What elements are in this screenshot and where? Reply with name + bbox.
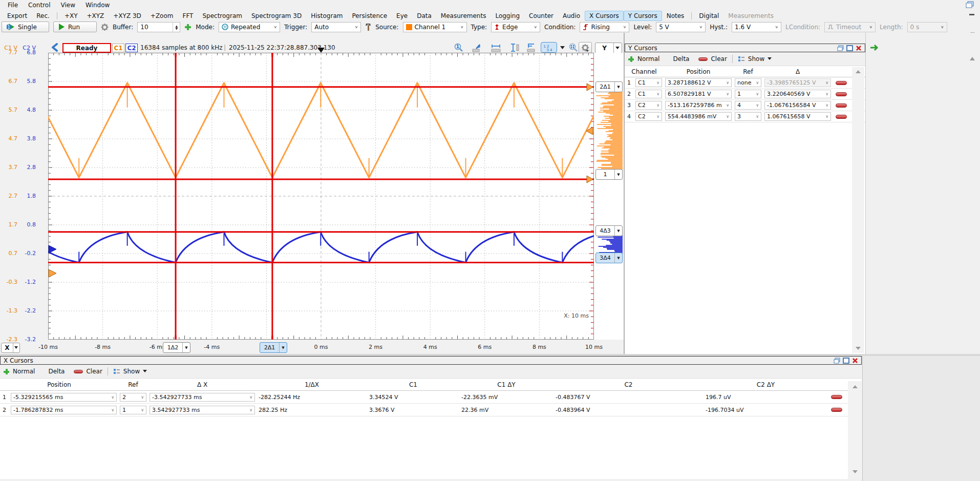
y-position-field[interactable]: 554.4483986 mV∨ — [665, 112, 732, 121]
y-col-header[interactable]: Δ — [763, 68, 833, 75]
h-measure-icon[interactable] — [491, 43, 502, 52]
x-dx-field[interactable]: -3.542927733 ms∨ — [150, 393, 255, 402]
zoom-dots-icon[interactable] — [568, 43, 579, 52]
x-dx-field[interactable]: 3.542927733 ms∨ — [150, 406, 255, 414]
x-delete-cursor-button[interactable] — [831, 395, 842, 399]
x-position-field[interactable]: -5.329215565 ms∨ — [11, 393, 117, 402]
channel1-zero-marker[interactable] — [49, 269, 56, 277]
x-col-header[interactable]: Position — [0, 381, 118, 388]
x-col-header[interactable]: C2 — [553, 381, 704, 388]
v-measure-icon[interactable] — [509, 43, 520, 52]
x-delete-cursor-button[interactable] — [831, 408, 842, 412]
c1-toggle[interactable]: C1 — [112, 44, 124, 52]
y-cursor2-handle[interactable] — [587, 83, 593, 91]
x-cursors-title-bar[interactable]: X Cursors — [0, 356, 862, 365]
y-col-header[interactable]: Position — [664, 68, 733, 75]
x-col-header[interactable]: Ref — [118, 381, 148, 388]
tab--xy[interactable]: +XY — [60, 11, 82, 21]
pointer-mode-icon[interactable] — [472, 43, 483, 52]
y-clear-button[interactable]: Clear — [711, 55, 727, 62]
x-show-button[interactable]: Show — [123, 368, 140, 375]
waveform-plot[interactable] — [48, 53, 594, 340]
menu-window[interactable]: Window — [80, 1, 115, 10]
tab-persistence[interactable]: Persistence — [347, 11, 392, 21]
x-col-header[interactable]: C1 ΔY — [459, 381, 553, 388]
buffer-spinbox[interactable]: 10▲▼ — [137, 22, 180, 32]
edge-measure-icon[interactable] — [527, 43, 538, 52]
tab-eye[interactable]: Eye — [392, 11, 412, 21]
trigger-position-marker[interactable] — [317, 48, 325, 53]
x-clear-button[interactable]: Clear — [86, 368, 102, 375]
length-select[interactable]: 0 s∨ — [907, 22, 947, 32]
tab-y-cursors[interactable]: Y Cursors — [624, 11, 662, 21]
x-scrollbar[interactable] — [848, 381, 862, 479]
tabbar-overflow[interactable] — [969, 14, 974, 15]
x-col-header[interactable]: 1/ΔX — [257, 381, 367, 388]
y-position-field[interactable]: 3.287188612 V∨ — [665, 78, 732, 87]
y-delete-cursor-button[interactable] — [836, 103, 847, 108]
x-axis-button[interactable]: X — [1, 343, 20, 353]
tab-spectrogram[interactable]: Spectrogram — [198, 11, 247, 21]
float-window-icon[interactable] — [837, 45, 844, 51]
level-select[interactable]: 5 V∨ — [656, 22, 706, 32]
x-close-panel-icon[interactable] — [852, 358, 858, 364]
x-maximize-window-icon[interactable] — [843, 358, 849, 364]
y-channel-select[interactable]: C2∨ — [635, 112, 662, 121]
y-col-header[interactable]: Ref — [733, 68, 763, 75]
y-delta-field[interactable]: -1.0676156584 V∨ — [764, 101, 831, 110]
tab-audio[interactable]: Audio — [558, 11, 585, 21]
x-add-normal-button[interactable]: Normal — [13, 368, 35, 375]
x-ref-select[interactable]: 2∨ — [120, 393, 146, 402]
x-col-header[interactable]: C1 — [367, 381, 459, 388]
x-cursor-chip-2d1[interactable]: 2Δ1▼ — [260, 342, 287, 353]
grid-layout-caret[interactable] — [560, 46, 565, 50]
tab-data[interactable]: Data — [412, 11, 436, 21]
x-col-header[interactable]: C2 ΔY — [704, 381, 828, 388]
tab--zoom[interactable]: +Zoom — [146, 11, 178, 21]
y-delete-cursor-button[interactable] — [836, 92, 847, 96]
expand-sidebar-icon[interactable] — [870, 44, 880, 51]
condition-select[interactable]: Rising∨ — [580, 22, 629, 32]
y-position-field[interactable]: 6.507829181 V∨ — [665, 90, 732, 98]
tab-export[interactable]: Export — [3, 11, 32, 21]
x-col-header[interactable]: Δ X — [148, 381, 257, 388]
plot-settings-gear-icon[interactable] — [579, 42, 592, 53]
y-add-normal-button[interactable]: Normal — [637, 55, 659, 62]
y-cursor-chip-4d3[interactable]: 4Δ3▼ — [595, 225, 623, 236]
y-delta-field[interactable]: 1.067615658 V∨ — [764, 112, 831, 121]
y-ref-select[interactable]: none∨ — [735, 78, 761, 87]
x-position-field[interactable]: -1.786287832 ms∨ — [11, 406, 117, 414]
channel2-zero-marker[interactable] — [49, 245, 56, 253]
y-delta-field[interactable]: -3.3985765125 V∨ — [764, 78, 831, 87]
zoom-1-icon[interactable]: 1 — [454, 43, 464, 52]
y-ref-select[interactable]: 4∨ — [735, 101, 761, 110]
y-delete-cursor-button[interactable] — [836, 115, 847, 119]
hyst-select[interactable]: 1.6 V∨ — [732, 22, 781, 32]
y-show-button[interactable]: Show — [748, 55, 764, 62]
grid-layout-button[interactable]: 1 23 4 — [541, 42, 557, 53]
x-cursor-chip-1d2[interactable]: 1Δ2▼ — [163, 342, 190, 353]
tab-logging[interactable]: Logging — [491, 11, 524, 21]
y-cursor-chip-1[interactable]: 1▼ — [595, 169, 623, 180]
tab-fft[interactable]: FFT — [178, 11, 198, 21]
y-col-header[interactable]: Channel — [625, 68, 664, 75]
y-ref-select[interactable]: 1∨ — [735, 90, 761, 98]
y-delta-field[interactable]: 3.220640569 V∨ — [764, 90, 831, 98]
buffer-spin-arrows[interactable]: ▲▼ — [173, 23, 180, 32]
y-axis-button[interactable]: Y — [595, 43, 622, 53]
y-cursor-chip-2d1[interactable]: 2Δ1▼ — [595, 81, 623, 92]
tab-measurements[interactable]: Measurements — [436, 11, 491, 21]
menu-view[interactable]: View — [55, 1, 80, 10]
c2-toggle[interactable]: C2 — [125, 44, 138, 52]
y-scrollbar[interactable] — [852, 67, 864, 353]
source-select[interactable]: Channel 1∨ — [403, 22, 467, 32]
x-ref-select[interactable]: 1∨ — [120, 406, 146, 414]
buffer-gear-icon[interactable] — [101, 24, 109, 31]
lcondition-select[interactable]: Timeout∨ — [824, 22, 876, 32]
x-float-window-icon[interactable] — [834, 358, 840, 364]
y-channel-select[interactable]: C1∨ — [635, 90, 662, 98]
single-button[interactable]: 1 Single — [2, 22, 49, 32]
y-channel-select[interactable]: C2∨ — [635, 101, 662, 110]
y-cursor-chip-3d4[interactable]: 3Δ4▼ — [595, 253, 623, 263]
tab-spectrogram-3d[interactable]: Spectrogram 3D — [247, 11, 306, 21]
